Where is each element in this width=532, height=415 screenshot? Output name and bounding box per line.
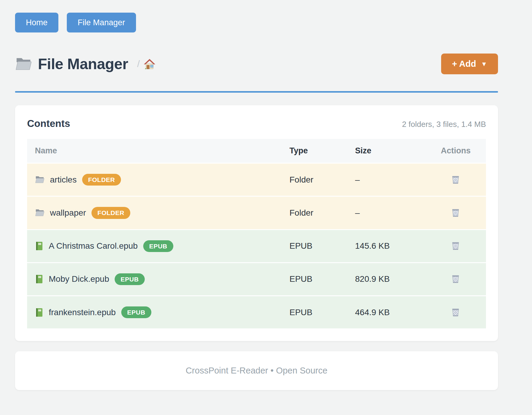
type-badge: EPUB	[143, 240, 173, 252]
contents-title: Contents	[27, 118, 70, 129]
page-title: File Manager	[38, 55, 128, 73]
contents-card-header: Contents 2 folders, 3 files, 1.4 MB	[27, 118, 486, 129]
size-cell: –	[352, 198, 438, 228]
size-cell: –	[352, 165, 438, 195]
add-button-label: + Add	[452, 59, 476, 69]
page-header: File Manager / + Add ▼	[15, 54, 498, 74]
folder-icon	[35, 176, 45, 184]
contents-card: Contents 2 folders, 3 files, 1.4 MB Name…	[15, 105, 498, 341]
type-badge: FOLDER	[82, 174, 121, 186]
contents-table: Name Type Size Actions articles FOLDER	[27, 139, 486, 328]
table-row: articles FOLDER Folder –	[27, 163, 486, 196]
table-row: A Christmas Carol.epub EPUB EPUB 145.6 K…	[27, 229, 486, 262]
trash-icon	[450, 273, 461, 285]
file-name[interactable]: articles	[50, 175, 77, 185]
green-book-icon	[35, 308, 43, 317]
caret-down-icon: ▼	[481, 60, 487, 68]
size-cell: 820.9 KB	[352, 264, 438, 294]
delete-button[interactable]	[450, 207, 461, 219]
column-header-size: Size	[352, 139, 438, 163]
table-row: frankenstein.epub EPUB EPUB 464.9 KB	[27, 295, 486, 328]
breadcrumb: /	[137, 58, 156, 70]
open-folder-icon	[15, 57, 32, 71]
trash-icon	[450, 240, 461, 252]
table-row: wallpaper FOLDER Folder –	[27, 196, 486, 229]
accent-divider	[15, 91, 498, 93]
column-header-type: Type	[286, 139, 352, 163]
house-icon[interactable]	[144, 58, 156, 70]
file-name[interactable]: frankenstein.epub	[49, 308, 116, 317]
nav-file-manager-button[interactable]: File Manager	[67, 13, 136, 32]
table-row: Moby Dick.epub EPUB EPUB 820.9 KB	[27, 262, 486, 295]
size-cell: 464.9 KB	[352, 297, 438, 327]
folder-icon	[35, 209, 45, 217]
top-nav: Home File Manager	[15, 13, 498, 32]
type-cell: Folder	[286, 198, 352, 228]
trash-icon	[450, 307, 461, 318]
trash-icon	[450, 207, 461, 219]
nav-home-button[interactable]: Home	[15, 13, 58, 32]
file-name[interactable]: A Christmas Carol.epub	[49, 241, 138, 251]
breadcrumb-separator: /	[137, 58, 140, 69]
type-badge: EPUB	[115, 273, 145, 285]
file-name[interactable]: Moby Dick.epub	[49, 274, 109, 284]
size-cell: 145.6 KB	[352, 231, 438, 261]
green-book-icon	[35, 274, 43, 284]
delete-button[interactable]	[450, 307, 461, 318]
contents-summary: 2 folders, 3 files, 1.4 MB	[402, 120, 486, 129]
trash-icon	[450, 174, 461, 186]
type-cell: EPUB	[286, 231, 352, 261]
footer-text: CrossPoint E-Reader • Open Source	[186, 366, 327, 375]
type-cell: Folder	[286, 165, 352, 195]
title-group: File Manager /	[15, 55, 156, 73]
page: Home File Manager File Manager /	[15, 0, 498, 390]
table-header: Name Type Size Actions	[27, 139, 486, 163]
add-button[interactable]: + Add ▼	[441, 54, 498, 74]
column-header-name: Name	[27, 139, 286, 163]
type-cell: EPUB	[286, 264, 352, 294]
green-book-icon	[35, 241, 43, 251]
column-header-actions: Actions	[438, 139, 486, 163]
delete-button[interactable]	[450, 174, 461, 186]
delete-button[interactable]	[450, 273, 461, 285]
type-badge: EPUB	[121, 306, 151, 318]
delete-button[interactable]	[450, 240, 461, 252]
footer-card: CrossPoint E-Reader • Open Source	[15, 351, 498, 390]
file-name[interactable]: wallpaper	[50, 208, 86, 218]
type-cell: EPUB	[286, 297, 352, 327]
type-badge: FOLDER	[91, 207, 130, 219]
